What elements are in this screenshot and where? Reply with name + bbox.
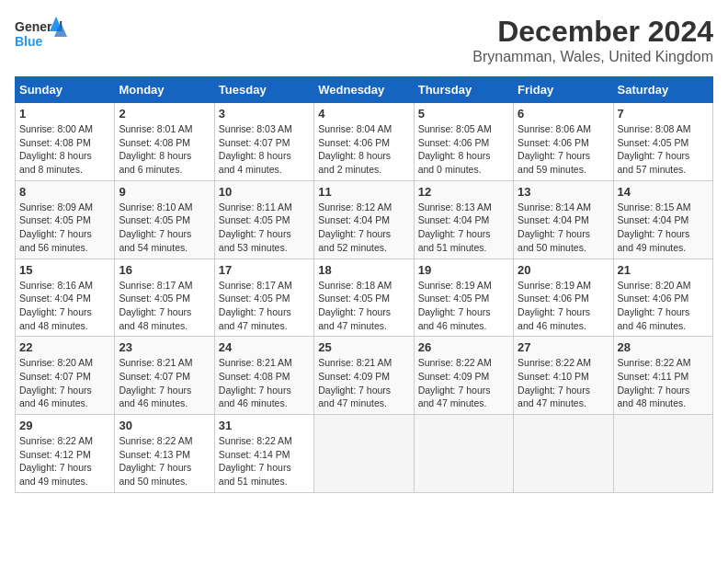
day-cell: 7 Sunrise: 8:08 AMSunset: 4:05 PMDayligh… <box>613 103 712 181</box>
day-cell: 15 Sunrise: 8:16 AMSunset: 4:04 PMDaylig… <box>16 259 115 337</box>
day-cell: 26 Sunrise: 8:22 AMSunset: 4:09 PMDaylig… <box>414 337 513 415</box>
day-cell-empty <box>314 415 414 493</box>
day-cell: 6 Sunrise: 8:06 AMSunset: 4:06 PMDayligh… <box>514 103 613 181</box>
col-tuesday: Tuesday <box>214 77 313 103</box>
col-friday: Friday <box>514 77 613 103</box>
day-cell: 13 Sunrise: 8:14 AMSunset: 4:04 PMDaylig… <box>514 180 613 259</box>
col-sunday: Sunday <box>16 77 115 103</box>
day-cell: 9 Sunrise: 8:10 AMSunset: 4:05 PMDayligh… <box>115 180 214 259</box>
day-cell-empty <box>514 415 613 493</box>
day-cell: 2 Sunrise: 8:01 AMSunset: 4:08 PMDayligh… <box>115 103 214 181</box>
day-cell: 12 Sunrise: 8:13 AMSunset: 4:04 PMDaylig… <box>414 180 513 259</box>
day-cell: 31 Sunrise: 8:22 AMSunset: 4:14 PMDaylig… <box>214 415 313 493</box>
day-cell: 30 Sunrise: 8:22 AMSunset: 4:13 PMDaylig… <box>115 415 214 493</box>
day-cell: 11 Sunrise: 8:12 AMSunset: 4:04 PMDaylig… <box>314 180 414 259</box>
day-cell: 19 Sunrise: 8:19 AMSunset: 4:05 PMDaylig… <box>414 259 513 337</box>
day-cell: 1 Sunrise: 8:00 AMSunset: 4:08 PMDayligh… <box>16 103 115 181</box>
calendar-table: Sunday Monday Tuesday Wednesday Thursday… <box>15 76 713 493</box>
col-wednesday: Wednesday <box>314 77 414 103</box>
location-subtitle: Brynamman, Wales, United Kingdom <box>472 49 713 65</box>
table-row: 29 Sunrise: 8:22 AMSunset: 4:12 PMDaylig… <box>16 415 713 493</box>
day-cell: 23 Sunrise: 8:21 AMSunset: 4:07 PMDaylig… <box>115 337 214 415</box>
col-monday: Monday <box>115 77 214 103</box>
day-cell: 3 Sunrise: 8:03 AMSunset: 4:07 PMDayligh… <box>214 103 313 181</box>
day-cell: 16 Sunrise: 8:17 AMSunset: 4:05 PMDaylig… <box>115 259 214 337</box>
day-cell: 14 Sunrise: 8:15 AMSunset: 4:04 PMDaylig… <box>613 180 712 259</box>
day-cell: 28 Sunrise: 8:22 AMSunset: 4:11 PMDaylig… <box>613 337 712 415</box>
day-cell: 18 Sunrise: 8:18 AMSunset: 4:05 PMDaylig… <box>314 259 414 337</box>
table-row: 1 Sunrise: 8:00 AMSunset: 4:08 PMDayligh… <box>16 103 713 181</box>
day-cell-empty <box>613 415 712 493</box>
day-cell: 24 Sunrise: 8:21 AMSunset: 4:08 PMDaylig… <box>214 337 313 415</box>
table-row: 8 Sunrise: 8:09 AMSunset: 4:05 PMDayligh… <box>16 180 713 259</box>
day-cell: 25 Sunrise: 8:21 AMSunset: 4:09 PMDaylig… <box>314 337 414 415</box>
table-row: 15 Sunrise: 8:16 AMSunset: 4:04 PMDaylig… <box>16 259 713 337</box>
day-cell: 20 Sunrise: 8:19 AMSunset: 4:06 PMDaylig… <box>514 259 613 337</box>
col-thursday: Thursday <box>414 77 513 103</box>
day-cell: 22 Sunrise: 8:20 AMSunset: 4:07 PMDaylig… <box>16 337 115 415</box>
day-cell-empty <box>414 415 513 493</box>
col-saturday: Saturday <box>613 77 712 103</box>
day-cell: 4 Sunrise: 8:04 AMSunset: 4:06 PMDayligh… <box>314 103 414 181</box>
day-cell: 29 Sunrise: 8:22 AMSunset: 4:12 PMDaylig… <box>16 415 115 493</box>
day-cell: 21 Sunrise: 8:20 AMSunset: 4:06 PMDaylig… <box>613 259 712 337</box>
day-cell: 27 Sunrise: 8:22 AMSunset: 4:10 PMDaylig… <box>514 337 613 415</box>
svg-text:Blue: Blue <box>15 34 43 49</box>
day-cell: 17 Sunrise: 8:17 AMSunset: 4:05 PMDaylig… <box>214 259 313 337</box>
day-cell: 10 Sunrise: 8:11 AMSunset: 4:05 PMDaylig… <box>214 180 313 259</box>
month-year-title: December 2024 <box>472 15 713 49</box>
logo: General Blue <box>15 15 70 52</box>
day-cell: 5 Sunrise: 8:05 AMSunset: 4:06 PMDayligh… <box>414 103 513 181</box>
table-row: 22 Sunrise: 8:20 AMSunset: 4:07 PMDaylig… <box>16 337 713 415</box>
day-cell: 8 Sunrise: 8:09 AMSunset: 4:05 PMDayligh… <box>16 180 115 259</box>
title-block: December 2024 Brynamman, Wales, United K… <box>472 15 713 65</box>
